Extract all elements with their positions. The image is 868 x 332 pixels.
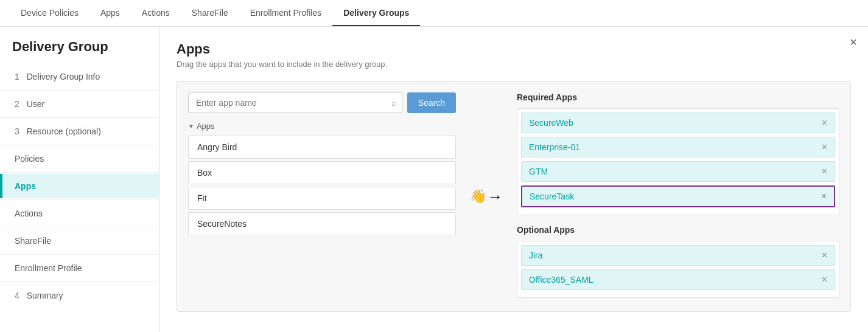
required-app-tag: GTM × [521, 161, 835, 182]
sidebar-label-resource: Resource (optional) [27, 126, 101, 136]
divider-5 [0, 199, 159, 200]
remove-office365saml-button[interactable]: × [822, 275, 827, 285]
apps-left-panel: ⌕ Search ▼ Apps Angry Bird Box Fit Secur… [188, 92, 456, 300]
tab-actions[interactable]: Actions [131, 1, 181, 26]
search-icon: ⌕ [391, 98, 396, 108]
search-input[interactable] [188, 92, 402, 113]
arrow-right-icon: → [488, 187, 503, 206]
required-app-tag: Enterprise-01 × [521, 137, 835, 157]
divider-6 [0, 227, 159, 227]
sidebar-label-actions: Actions [15, 209, 43, 218]
step-1-number: 1 [15, 72, 19, 81]
required-apps-list: SecureWeb × Enterprise-01 × GTM × Secure… [517, 108, 839, 215]
sidebar-item-policies[interactable]: Policies [0, 147, 159, 171]
sidebar-label-user: User [27, 99, 45, 109]
apps-section-label: ▼ Apps [188, 122, 456, 131]
search-input-wrap: ⌕ [188, 92, 402, 113]
step-3-number: 3 [15, 126, 19, 136]
step-4-number: 4 [15, 291, 19, 300]
list-item[interactable]: Box [188, 161, 456, 184]
sidebar-item-sharefile[interactable]: ShareFile [0, 229, 159, 253]
remove-secureweb-button[interactable]: × [822, 118, 827, 128]
sidebar-item-summary[interactable]: 4 Summary [0, 283, 159, 308]
sidebar-item-user[interactable]: 2 User [0, 92, 159, 116]
remove-securetask-button[interactable]: × [821, 192, 827, 201]
search-button[interactable]: Search [407, 92, 456, 113]
main-layout: Delivery Group 1 Delivery Group Info 2 U… [0, 27, 868, 332]
close-button[interactable]: × [850, 35, 857, 49]
tab-sharefile[interactable]: ShareFile [181, 1, 239, 26]
required-app-tag: SecureWeb × [521, 112, 835, 133]
required-app-name: Enterprise-01 [529, 142, 580, 152]
triangle-icon: ▼ [188, 123, 194, 130]
sidebar-item-delivery-group-info[interactable]: 1 Delivery Group Info [0, 64, 159, 89]
sidebar-item-actions[interactable]: Actions [0, 201, 159, 226]
divider-3 [0, 145, 159, 145]
search-row: ⌕ Search [188, 92, 456, 113]
drag-arrow-area: 👋 → [468, 92, 505, 300]
optional-app-tag: Jira × [521, 245, 835, 266]
apps-right-panel: Required Apps SecureWeb × Enterprise-01 … [517, 92, 839, 300]
sidebar-label-enrollment-profile: Enrollment Profile [15, 263, 82, 273]
optional-app-tag: Office365_SAML × [521, 269, 835, 290]
list-item[interactable]: SecureNotes [188, 212, 456, 235]
sidebar-label-sharefile: ShareFile [15, 236, 51, 246]
sidebar-title: Delivery Group [0, 33, 159, 64]
tab-device-policies[interactable]: Device Policies [10, 1, 89, 26]
sidebar-label-policies: Policies [15, 154, 44, 164]
page-title: Apps [177, 41, 851, 57]
sidebar-label-apps: Apps [15, 181, 36, 191]
required-apps-label: Required Apps [517, 92, 839, 102]
tab-apps[interactable]: Apps [89, 1, 131, 26]
optional-app-name: Office365_SAML [529, 275, 593, 285]
list-item[interactable]: Angry Bird [188, 136, 456, 159]
page-subtitle: Drag the apps that you want to include i… [177, 60, 851, 69]
sidebar: Delivery Group 1 Delivery Group Info 2 U… [0, 27, 159, 332]
required-app-name: SecureWeb [529, 118, 573, 128]
tab-enrollment-profiles[interactable]: Enrollment Profiles [239, 1, 333, 26]
apps-panel: ⌕ Search ▼ Apps Angry Bird Box Fit Secur… [177, 81, 851, 312]
required-app-name: SecureTask [530, 192, 574, 201]
divider-1 [0, 90, 159, 91]
sidebar-item-resource[interactable]: 3 Resource (optional) [0, 119, 159, 144]
divider-8 [0, 282, 159, 282]
remove-gtm-button[interactable]: × [822, 167, 827, 176]
sidebar-label-delivery-group-info: Delivery Group Info [27, 72, 100, 81]
app-list: Angry Bird Box Fit SecureNotes [188, 136, 456, 235]
required-app-name: GTM [529, 167, 548, 176]
content-area: × Apps Drag the apps that you want to in… [159, 27, 868, 332]
divider-4 [0, 172, 159, 173]
optional-app-name: Jira [529, 251, 543, 260]
drag-arrow: 👋 → [470, 187, 503, 206]
divider-7 [0, 254, 159, 255]
top-nav: Device Policies Apps Actions ShareFile E… [0, 0, 868, 27]
optional-apps-label: Optional Apps [517, 225, 839, 235]
required-app-tag-highlighted: SecureTask × [521, 185, 835, 207]
remove-enterprise01-button[interactable]: × [822, 142, 827, 152]
divider-2 [0, 117, 159, 118]
sidebar-item-enrollment-profile[interactable]: Enrollment Profile [0, 256, 159, 280]
remove-jira-button[interactable]: × [822, 251, 827, 260]
step-2-number: 2 [15, 99, 19, 109]
sidebar-item-apps[interactable]: Apps [0, 174, 159, 198]
sidebar-label-summary: Summary [27, 291, 63, 300]
hand-cursor-icon: 👋 [470, 188, 486, 204]
tab-delivery-groups[interactable]: Delivery Groups [332, 1, 420, 26]
list-item[interactable]: Fit [188, 187, 456, 210]
optional-apps-list: Jira × Office365_SAML × [517, 241, 839, 298]
